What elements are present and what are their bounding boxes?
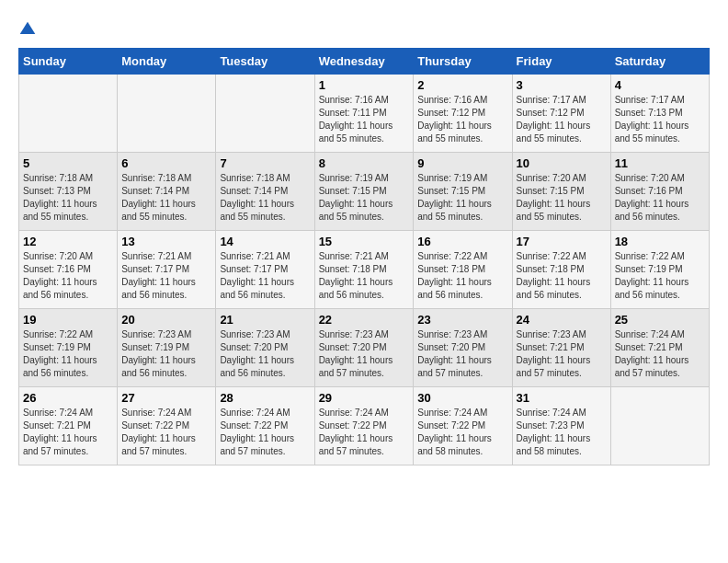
svg-marker-0 <box>20 22 36 34</box>
calendar-week-5: 26Sunrise: 7:24 AMSunset: 7:21 PMDayligh… <box>19 387 710 465</box>
calendar-cell: 13Sunrise: 7:21 AMSunset: 7:17 PMDayligh… <box>118 231 216 309</box>
weekday-header-row: SundayMondayTuesdayWednesdayThursdayFrid… <box>19 49 710 75</box>
weekday-header-saturday: Saturday <box>610 49 709 75</box>
calendar-cell: 22Sunrise: 7:23 AMSunset: 7:20 PMDayligh… <box>314 309 414 387</box>
day-number: 23 <box>417 313 507 327</box>
calendar-cell: 25Sunrise: 7:24 AMSunset: 7:21 PMDayligh… <box>610 309 709 387</box>
day-number: 21 <box>220 313 310 327</box>
day-number: 22 <box>319 313 410 327</box>
day-number: 16 <box>417 235 507 248</box>
day-info: Sunrise: 7:22 AMSunset: 7:19 PMDaylight:… <box>615 250 705 302</box>
calendar-week-3: 12Sunrise: 7:20 AMSunset: 7:16 PMDayligh… <box>19 231 710 309</box>
logo <box>18 18 40 39</box>
day-info: Sunrise: 7:24 AMSunset: 7:22 PMDaylight:… <box>417 407 507 458</box>
day-info: Sunrise: 7:23 AMSunset: 7:21 PMDaylight:… <box>517 328 607 380</box>
calendar-cell: 2Sunrise: 7:16 AMSunset: 7:12 PMDaylight… <box>414 75 512 153</box>
day-info: Sunrise: 7:20 AMSunset: 7:16 PMDaylight:… <box>23 250 113 302</box>
calendar-cell: 16Sunrise: 7:22 AMSunset: 7:18 PMDayligh… <box>414 231 512 309</box>
day-number: 13 <box>121 235 211 248</box>
calendar-cell: 23Sunrise: 7:23 AMSunset: 7:20 PMDayligh… <box>414 309 512 387</box>
calendar-cell: 28Sunrise: 7:24 AMSunset: 7:22 PMDayligh… <box>216 387 314 465</box>
day-number: 17 <box>517 235 607 248</box>
calendar-cell: 26Sunrise: 7:24 AMSunset: 7:21 PMDayligh… <box>19 387 118 465</box>
day-info: Sunrise: 7:22 AMSunset: 7:18 PMDaylight:… <box>417 250 507 302</box>
day-number: 8 <box>319 156 410 170</box>
calendar-cell: 21Sunrise: 7:23 AMSunset: 7:20 PMDayligh… <box>216 309 314 387</box>
day-info: Sunrise: 7:18 AMSunset: 7:14 PMDaylight:… <box>220 172 310 224</box>
day-number: 28 <box>220 391 310 405</box>
calendar-cell: 24Sunrise: 7:23 AMSunset: 7:21 PMDayligh… <box>512 309 610 387</box>
day-info: Sunrise: 7:17 AMSunset: 7:12 PMDaylight:… <box>517 94 607 145</box>
weekday-header-sunday: Sunday <box>19 49 118 75</box>
day-info: Sunrise: 7:16 AMSunset: 7:11 PMDaylight:… <box>319 94 410 145</box>
day-number: 9 <box>417 156 507 170</box>
day-number: 31 <box>517 391 607 405</box>
day-number: 6 <box>121 156 211 170</box>
day-info: Sunrise: 7:18 AMSunset: 7:14 PMDaylight:… <box>121 172 211 224</box>
day-number: 18 <box>615 235 705 248</box>
weekday-header-wednesday: Wednesday <box>314 49 414 75</box>
calendar-cell: 11Sunrise: 7:20 AMSunset: 7:16 PMDayligh… <box>610 153 709 231</box>
day-info: Sunrise: 7:21 AMSunset: 7:17 PMDaylight:… <box>121 250 211 302</box>
calendar-cell: 9Sunrise: 7:19 AMSunset: 7:15 PMDaylight… <box>414 153 512 231</box>
logo-icon <box>18 20 37 39</box>
weekday-header-friday: Friday <box>512 49 610 75</box>
weekday-header-tuesday: Tuesday <box>216 49 314 75</box>
day-info: Sunrise: 7:20 AMSunset: 7:15 PMDaylight:… <box>517 172 607 224</box>
day-info: Sunrise: 7:23 AMSunset: 7:19 PMDaylight:… <box>121 328 211 380</box>
day-number: 15 <box>319 235 410 248</box>
day-info: Sunrise: 7:20 AMSunset: 7:16 PMDaylight:… <box>615 172 705 224</box>
calendar-cell: 12Sunrise: 7:20 AMSunset: 7:16 PMDayligh… <box>19 231 118 309</box>
calendar-cell: 19Sunrise: 7:22 AMSunset: 7:19 PMDayligh… <box>19 309 118 387</box>
day-number: 11 <box>615 156 705 170</box>
day-info: Sunrise: 7:23 AMSunset: 7:20 PMDaylight:… <box>319 328 410 380</box>
day-number: 14 <box>220 235 310 248</box>
calendar-cell: 10Sunrise: 7:20 AMSunset: 7:15 PMDayligh… <box>512 153 610 231</box>
day-info: Sunrise: 7:16 AMSunset: 7:12 PMDaylight:… <box>417 94 507 145</box>
calendar-cell: 14Sunrise: 7:21 AMSunset: 7:17 PMDayligh… <box>216 231 314 309</box>
day-number: 2 <box>417 78 507 92</box>
day-info: Sunrise: 7:24 AMSunset: 7:22 PMDaylight:… <box>220 407 310 458</box>
day-info: Sunrise: 7:17 AMSunset: 7:13 PMDaylight:… <box>615 94 705 145</box>
calendar-cell: 27Sunrise: 7:24 AMSunset: 7:22 PMDayligh… <box>118 387 216 465</box>
day-info: Sunrise: 7:23 AMSunset: 7:20 PMDaylight:… <box>220 328 310 380</box>
calendar-cell <box>216 75 314 153</box>
calendar-cell: 30Sunrise: 7:24 AMSunset: 7:22 PMDayligh… <box>414 387 512 465</box>
calendar-cell: 18Sunrise: 7:22 AMSunset: 7:19 PMDayligh… <box>610 231 709 309</box>
day-number: 7 <box>220 156 310 170</box>
day-number: 29 <box>319 391 410 405</box>
day-number: 10 <box>517 156 607 170</box>
day-number: 27 <box>121 391 211 405</box>
day-info: Sunrise: 7:21 AMSunset: 7:18 PMDaylight:… <box>319 250 410 302</box>
day-number: 1 <box>319 78 410 92</box>
day-number: 3 <box>517 78 607 92</box>
calendar-cell <box>118 75 216 153</box>
day-number: 30 <box>417 391 507 405</box>
day-info: Sunrise: 7:21 AMSunset: 7:17 PMDaylight:… <box>220 250 310 302</box>
calendar-cell <box>610 387 709 465</box>
calendar-cell: 29Sunrise: 7:24 AMSunset: 7:22 PMDayligh… <box>314 387 414 465</box>
day-info: Sunrise: 7:24 AMSunset: 7:23 PMDaylight:… <box>517 407 607 458</box>
day-info: Sunrise: 7:24 AMSunset: 7:21 PMDaylight:… <box>615 328 705 380</box>
calendar-week-2: 5Sunrise: 7:18 AMSunset: 7:13 PMDaylight… <box>19 153 710 231</box>
day-info: Sunrise: 7:24 AMSunset: 7:21 PMDaylight:… <box>23 407 113 458</box>
calendar-cell: 17Sunrise: 7:22 AMSunset: 7:18 PMDayligh… <box>512 231 610 309</box>
day-info: Sunrise: 7:24 AMSunset: 7:22 PMDaylight:… <box>319 407 410 458</box>
day-number: 12 <box>23 235 113 248</box>
day-number: 19 <box>23 313 113 327</box>
day-number: 26 <box>23 391 113 405</box>
page-header <box>18 18 710 39</box>
day-info: Sunrise: 7:19 AMSunset: 7:15 PMDaylight:… <box>417 172 507 224</box>
calendar-cell: 20Sunrise: 7:23 AMSunset: 7:19 PMDayligh… <box>118 309 216 387</box>
day-number: 4 <box>615 78 705 92</box>
calendar-table: SundayMondayTuesdayWednesdayThursdayFrid… <box>18 48 710 465</box>
day-info: Sunrise: 7:23 AMSunset: 7:20 PMDaylight:… <box>417 328 507 380</box>
day-info: Sunrise: 7:19 AMSunset: 7:15 PMDaylight:… <box>319 172 410 224</box>
day-info: Sunrise: 7:24 AMSunset: 7:22 PMDaylight:… <box>121 407 211 458</box>
weekday-header-thursday: Thursday <box>414 49 512 75</box>
day-info: Sunrise: 7:18 AMSunset: 7:13 PMDaylight:… <box>23 172 113 224</box>
day-number: 25 <box>615 313 705 327</box>
day-info: Sunrise: 7:22 AMSunset: 7:19 PMDaylight:… <box>23 328 113 380</box>
day-number: 5 <box>23 156 113 170</box>
calendar-cell <box>19 75 118 153</box>
